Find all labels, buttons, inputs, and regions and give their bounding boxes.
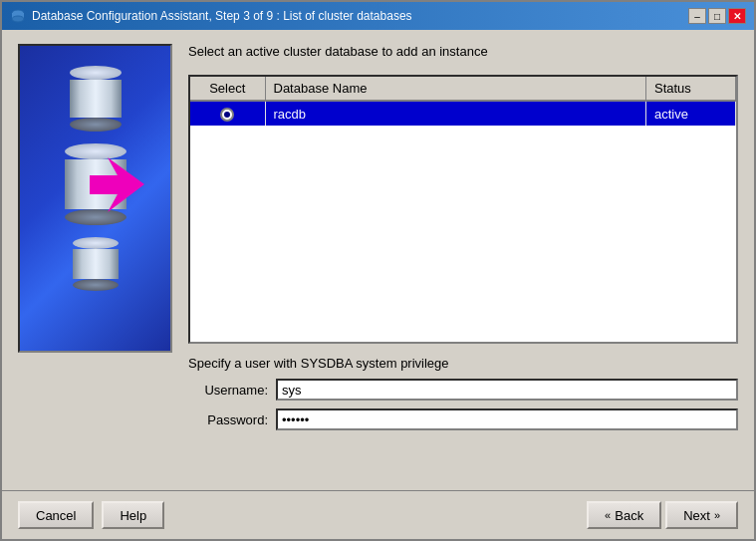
- radio-button[interactable]: [220, 108, 234, 122]
- table-header: Select Database Name Status: [190, 77, 736, 101]
- cylinder-top: [70, 66, 122, 132]
- status-cell: active: [646, 101, 736, 126]
- radio-dot: [224, 112, 230, 118]
- main-content: Select an active cluster database to add…: [2, 30, 754, 490]
- cancel-button[interactable]: Cancel: [18, 501, 94, 529]
- app-icon: [10, 8, 26, 24]
- titlebar-buttons: – □ ✕: [688, 8, 746, 24]
- username-label: Username:: [188, 383, 268, 398]
- sidebar-illustration: [18, 44, 172, 353]
- cyl-bot-ellipse: [73, 237, 119, 249]
- sysdba-title: Specify a user with SYSDBA system privil…: [188, 356, 738, 371]
- col-header-dbname: Database Name: [265, 77, 646, 101]
- next-arrow-icon: »: [714, 509, 720, 521]
- instruction-text: Select an active cluster database to add…: [188, 44, 738, 59]
- col-header-select: Select: [190, 77, 265, 101]
- database-table-container: Select Database Name Status: [188, 75, 738, 344]
- header-row: Select Database Name Status: [190, 77, 736, 101]
- left-buttons: Cancel Help: [18, 501, 164, 529]
- titlebar-left: Database Configuration Assistant, Step 3…: [10, 8, 412, 24]
- right-buttons: « Back Next »: [587, 501, 738, 529]
- next-label: Next: [683, 508, 710, 523]
- sysdba-section: Specify a user with SYSDBA system privil…: [188, 356, 738, 430]
- radio-cell[interactable]: [190, 101, 265, 126]
- username-row: Username:: [188, 379, 738, 401]
- cyl-top-bottom: [70, 118, 122, 132]
- table-body: racdb active: [190, 101, 736, 126]
- back-arrow-icon: «: [605, 509, 611, 521]
- main-window: Database Configuration Assistant, Step 3…: [0, 0, 756, 541]
- bottom-bar: Cancel Help « Back Next »: [2, 490, 754, 539]
- close-button[interactable]: ✕: [728, 8, 746, 24]
- titlebar: Database Configuration Assistant, Step 3…: [2, 2, 754, 30]
- cylinder-middle-wrapper: [65, 143, 126, 225]
- cyl-top-body: [70, 80, 122, 118]
- username-input[interactable]: [276, 379, 738, 401]
- db-cylinders: [20, 46, 170, 351]
- right-panel: Select an active cluster database to add…: [188, 44, 738, 476]
- db-name-cell: racdb: [265, 101, 646, 126]
- maximize-button[interactable]: □: [708, 8, 726, 24]
- back-label: Back: [615, 508, 643, 523]
- svg-marker-3: [90, 157, 144, 212]
- password-row: Password:: [188, 408, 738, 430]
- svg-point-2: [12, 16, 24, 22]
- col-header-status: Status: [646, 77, 736, 101]
- cylinder-bottom: [73, 237, 119, 291]
- back-button[interactable]: « Back: [587, 501, 661, 529]
- database-table: Select Database Name Status: [190, 77, 736, 126]
- pink-arrow-container: [90, 157, 144, 215]
- help-button[interactable]: Help: [102, 501, 164, 529]
- cyl-bot-body: [73, 249, 119, 279]
- pink-arrow-icon: [90, 157, 144, 212]
- password-input[interactable]: [276, 408, 738, 430]
- minimize-button[interactable]: –: [688, 8, 706, 24]
- password-label: Password:: [188, 412, 268, 427]
- cyl-bot-bottom: [73, 279, 119, 291]
- next-button[interactable]: Next »: [665, 501, 738, 529]
- window-title: Database Configuration Assistant, Step 3…: [32, 9, 412, 23]
- table-row[interactable]: racdb active: [190, 101, 736, 126]
- cyl-top-ellipse: [70, 66, 122, 80]
